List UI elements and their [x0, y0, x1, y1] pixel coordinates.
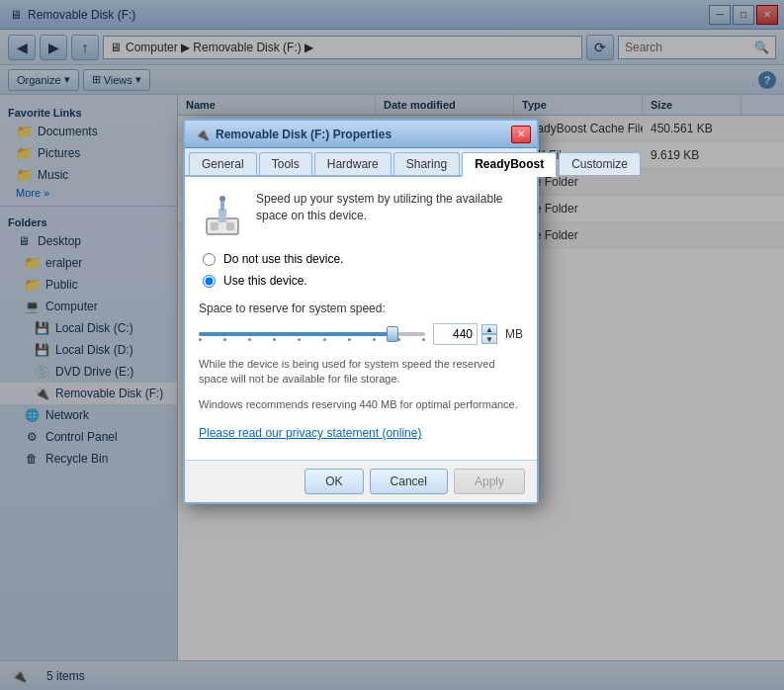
properties-dialog: 🔌 Removable Disk (F:) Properties ✕ Gener… — [183, 119, 539, 504]
slider-dot — [323, 338, 326, 341]
dialog-title: 🔌 Removable Disk (F:) Properties — [195, 128, 392, 141]
dialog-title-icon: 🔌 — [195, 128, 210, 141]
slider-dot — [348, 338, 351, 341]
slider-dot — [199, 338, 202, 341]
radio-do-not-use[interactable]: Do not use this device. — [203, 252, 523, 266]
mb-label: MB — [505, 327, 523, 341]
svg-rect-2 — [226, 222, 234, 230]
explorer-window: 🖥 Removable Disk (F:) ─ □ ✕ ◀ ▶ ↑ 🖥 Comp… — [0, 0, 784, 690]
dialog-title-text: Removable Disk (F:) Properties — [216, 128, 392, 141]
slider-dot — [373, 338, 376, 341]
svg-rect-3 — [218, 209, 226, 222]
space-section: Space to reserve for system speed: — [199, 302, 523, 345]
slider-dot — [248, 338, 251, 341]
tab-tools[interactable]: Tools — [259, 152, 312, 175]
radio-use-device[interactable]: Use this device. — [203, 274, 523, 288]
tab-sharing[interactable]: Sharing — [393, 152, 460, 175]
readyboost-header: Speed up your system by utilizing the av… — [199, 191, 523, 238]
privacy-link[interactable]: Please read our privacy statement (onlin… — [199, 426, 523, 440]
dialog-content: Speed up your system by utilizing the av… — [185, 177, 537, 460]
radio-input-none[interactable] — [203, 253, 216, 266]
dialog-tabs: General Tools Hardware Sharing ReadyBoos… — [185, 148, 537, 177]
spinner-up-button[interactable]: ▲ — [481, 324, 497, 334]
radio-label-use: Use this device. — [223, 274, 307, 288]
tab-customize[interactable]: Customize — [559, 152, 641, 175]
dialog-close-button[interactable]: ✕ — [511, 126, 531, 143]
svg-rect-1 — [211, 222, 218, 230]
radio-group: Do not use this device. Use this device. — [199, 252, 523, 288]
ok-button[interactable]: OK — [305, 469, 363, 494]
radio-label-none: Do not use this device. — [223, 252, 343, 266]
slider-fill — [199, 332, 392, 336]
svg-rect-4 — [220, 201, 224, 211]
readyboost-icon — [199, 191, 246, 238]
mb-value-input[interactable] — [433, 323, 478, 345]
modal-overlay: 🔌 Removable Disk (F:) Properties ✕ Gener… — [0, 0, 784, 690]
spinner-down-button[interactable]: ▼ — [481, 334, 497, 344]
dialog-buttons: OK Cancel Apply — [185, 460, 537, 502]
tab-readyboost[interactable]: ReadyBoost — [462, 152, 557, 177]
slider-thumb[interactable] — [387, 326, 398, 342]
spinner-buttons: ▲ ▼ — [481, 324, 497, 344]
slider-dot — [298, 338, 301, 341]
slider-track[interactable] — [199, 332, 425, 336]
radio-input-use[interactable] — [203, 275, 216, 288]
tab-general[interactable]: General — [189, 152, 257, 175]
readyboost-description: Speed up your system by utilizing the av… — [256, 191, 523, 224]
cancel-button[interactable]: Cancel — [370, 469, 448, 494]
dialog-title-bar: 🔌 Removable Disk (F:) Properties ✕ — [185, 121, 537, 148]
space-label: Space to reserve for system speed: — [199, 302, 523, 315]
recommend-text: Windows recommends reserving 440 MB for … — [199, 397, 523, 412]
slider-dot — [273, 338, 276, 341]
tab-hardware[interactable]: Hardware — [314, 152, 392, 175]
apply-button[interactable]: Apply — [454, 469, 525, 494]
spinner-group: ▲ ▼ — [433, 323, 497, 345]
slider-dot — [223, 338, 226, 341]
slider-row: ▲ ▼ MB — [199, 323, 523, 345]
svg-point-5 — [219, 196, 225, 202]
slider-dot — [422, 338, 425, 341]
info-text: While the device is being used for syste… — [199, 357, 523, 388]
